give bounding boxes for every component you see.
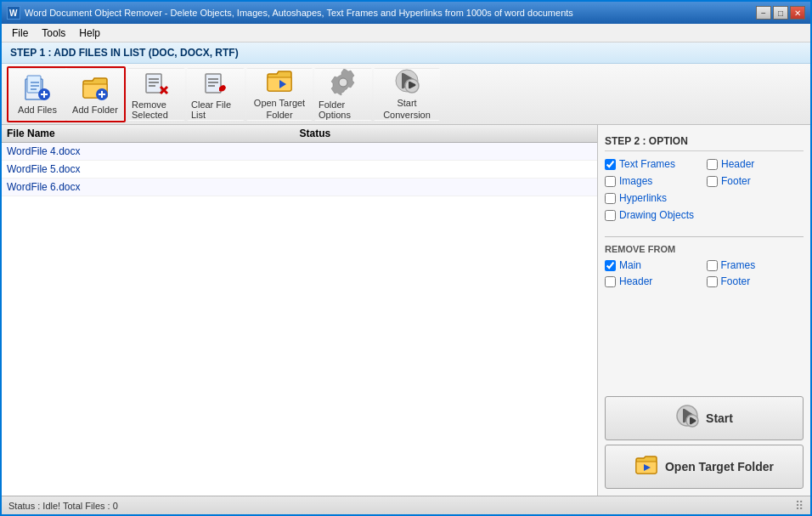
options-section: Text Frames Header Images Footer	[605, 158, 804, 221]
column-extra	[446, 128, 592, 139]
remove-selected-label: Remove Selected	[132, 99, 181, 120]
checkbox-images[interactable]	[605, 176, 616, 187]
open-target-folder-button[interactable]: Open Target Folder	[246, 68, 313, 121]
option-footer[interactable]: Footer	[707, 175, 804, 187]
add-folder-label: Add Folder	[72, 105, 118, 115]
checkbox-remove-main[interactable]	[605, 260, 616, 271]
svg-rect-3	[27, 76, 41, 93]
add-files-icon	[24, 74, 51, 101]
option-remove-footer-label: Footer	[721, 275, 751, 287]
step1-header: STEP 1 : ADD FILES IN LIST (DOC, DOCX, R…	[2, 43, 810, 64]
table-row[interactable]: WordFile 6.docx	[2, 179, 597, 196]
option-header[interactable]: Header	[707, 158, 804, 170]
option-remove-header[interactable]: Header	[605, 275, 702, 287]
remove-selected-button[interactable]: Remove Selected	[127, 68, 185, 121]
column-status: Status	[300, 128, 446, 139]
main-area: File Name Status WordFile 4.docx WordFil…	[2, 125, 810, 496]
open-target-folder-icon	[266, 67, 293, 94]
svg-rect-13	[146, 74, 161, 93]
app-icon: W	[7, 6, 20, 20]
titlebar-left: W Word Document Object Remover - Delete …	[7, 6, 573, 20]
remove-from-header: REMOVE FROM	[605, 244, 804, 254]
checkbox-drawing-objects[interactable]	[605, 210, 616, 221]
svg-text:W: W	[9, 9, 18, 18]
start-conversion-button[interactable]: Start Conversion	[374, 68, 440, 121]
option-hyperlinks[interactable]: Hyperlinks	[605, 192, 804, 204]
file-table: File Name Status WordFile 4.docx WordFil…	[2, 125, 597, 496]
minimize-button[interactable]: −	[756, 6, 771, 20]
menu-file[interactable]: File	[5, 26, 35, 41]
start-button-label: Start	[706, 411, 733, 425]
start-button[interactable]: Start	[605, 396, 804, 440]
titlebar: W Word Document Object Remover - Delete …	[2, 2, 810, 24]
file-extra-cell	[446, 145, 592, 157]
option-remove-frames[interactable]: Frames	[707, 259, 804, 271]
sidebar-open-target-icon	[634, 452, 658, 481]
step2-header: STEP 2 : OPTION	[605, 132, 804, 151]
option-drawing-objects[interactable]: Drawing Objects	[605, 209, 804, 221]
option-remove-frames-label: Frames	[721, 259, 756, 271]
option-drawing-objects-label: Drawing Objects	[619, 209, 694, 221]
sidebar-open-target-button[interactable]: Open Target Folder	[605, 445, 804, 489]
option-remove-footer[interactable]: Footer	[707, 275, 804, 287]
file-name-cell: WordFile 6.docx	[7, 181, 300, 193]
toolbar: Add Files Add Folder	[2, 64, 810, 125]
checkbox-remove-footer[interactable]	[707, 276, 718, 287]
sidebar: STEP 2 : OPTION Text Frames Header Image…	[598, 125, 810, 496]
start-conversion-label: Start Conversion	[378, 98, 436, 120]
clear-file-list-label: Clear File List	[191, 99, 240, 120]
start-button-icon	[675, 404, 699, 433]
maximize-button[interactable]: □	[773, 6, 788, 20]
menubar: File Tools Help	[2, 24, 810, 43]
toolbar-highlighted-group: Add Files Add Folder	[7, 66, 126, 122]
option-footer-label: Footer	[721, 175, 751, 187]
remove-selected-icon	[143, 69, 170, 96]
file-list-area: File Name Status WordFile 4.docx WordFil…	[2, 125, 598, 496]
clear-file-list-icon	[202, 69, 229, 96]
options-divider	[605, 236, 804, 237]
menu-help[interactable]: Help	[72, 26, 107, 41]
status-text: Status : Idle! Total Files : 0	[8, 501, 118, 511]
resize-grip[interactable]: ⠿	[795, 499, 804, 513]
checkbox-footer[interactable]	[707, 176, 718, 187]
option-remove-main[interactable]: Main	[605, 259, 702, 271]
file-extra-cell	[446, 163, 592, 175]
add-folder-icon	[82, 74, 109, 101]
sidebar-buttons: Start Open Target Folder	[605, 396, 804, 489]
option-header-label: Header	[721, 158, 754, 170]
option-images[interactable]: Images	[605, 175, 702, 187]
add-folder-button[interactable]: Add Folder	[66, 68, 124, 121]
statusbar: Status : Idle! Total Files : 0 ⠿	[2, 496, 810, 514]
table-row[interactable]: WordFile 5.docx	[2, 161, 597, 179]
folder-options-button[interactable]: Folder Options	[314, 68, 372, 121]
file-name-cell: WordFile 5.docx	[7, 163, 300, 175]
option-text-frames[interactable]: Text Frames	[605, 158, 702, 170]
close-button[interactable]: ✕	[790, 6, 805, 20]
checkbox-header[interactable]	[707, 159, 718, 170]
svg-rect-19	[206, 74, 221, 93]
menu-tools[interactable]: Tools	[35, 26, 72, 41]
file-status-cell	[300, 145, 446, 157]
file-name-cell: WordFile 4.docx	[7, 145, 300, 157]
checkbox-hyperlinks[interactable]	[605, 193, 616, 204]
remove-from-section: Main Frames Header Footer	[605, 259, 804, 287]
sidebar-open-target-label: Open Target Folder	[665, 460, 774, 473]
checkbox-remove-frames[interactable]	[707, 260, 718, 271]
svg-point-24	[339, 78, 347, 87]
option-remove-header-label: Header	[619, 275, 652, 287]
option-hyperlinks-label: Hyperlinks	[619, 192, 667, 204]
file-extra-cell	[446, 181, 592, 193]
column-file-name: File Name	[7, 128, 300, 139]
window-title: Word Document Object Remover - Delete Ob…	[25, 8, 573, 18]
add-files-label: Add Files	[18, 105, 57, 115]
checkbox-text-frames[interactable]	[605, 159, 616, 170]
clear-file-list-button[interactable]: Clear File List	[187, 68, 245, 121]
add-files-button[interactable]: Add Files	[8, 68, 66, 121]
file-status-cell	[300, 163, 446, 175]
file-status-cell	[300, 181, 446, 193]
checkbox-remove-header[interactable]	[605, 276, 616, 287]
folder-options-label: Folder Options	[319, 99, 368, 120]
titlebar-controls: − □ ✕	[756, 6, 805, 20]
table-row[interactable]: WordFile 4.docx	[2, 143, 597, 161]
open-target-folder-label: Open Target Folder	[251, 98, 308, 120]
